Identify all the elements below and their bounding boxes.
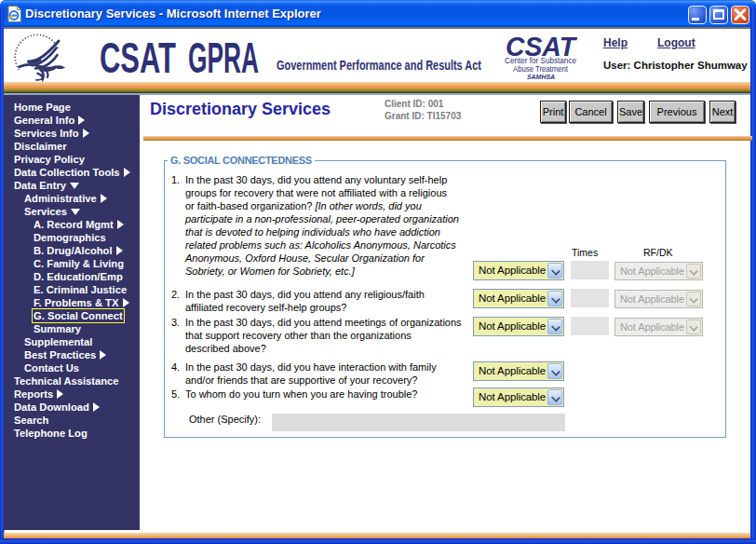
svg-text:GPRA: GPRA	[188, 34, 259, 82]
svg-text:SAMHSA: SAMHSA	[527, 73, 555, 81]
svg-text:CSAT: CSAT	[100, 34, 176, 82]
svg-text:Government Performance and Res: Government Performance and Results Act	[277, 58, 481, 73]
